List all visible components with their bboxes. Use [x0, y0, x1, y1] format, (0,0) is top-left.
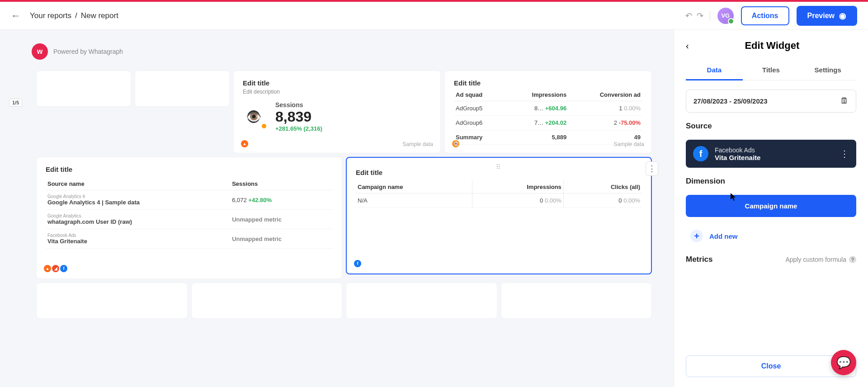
empty-widget-slot[interactable]	[346, 283, 497, 319]
sessions-eye-icon	[243, 106, 264, 127]
edit-widget-panel: ‹ Edit Widget Data Titles Settings 27/08…	[674, 30, 868, 387]
help-icon[interactable]: ?	[849, 256, 856, 263]
source-account: Vita Gritenaite	[715, 154, 834, 161]
metric-label: Sessions	[275, 101, 322, 109]
table-row: AdGroup5 8… +604.96 1 0.00%	[454, 101, 642, 116]
drag-handle-icon[interactable]: ⠿	[496, 163, 502, 170]
date-range-picker[interactable]: 27/08/2023 - 25/09/2023 🗓	[686, 90, 856, 113]
metric-change: +281.65% (2,316)	[275, 125, 322, 132]
date-range-text: 27/08/2023 - 25/09/2023	[693, 97, 767, 105]
redo-icon[interactable]: ↷	[697, 11, 703, 21]
source-section-label: Source	[686, 122, 856, 131]
table-row: AdGroup6 7… +204.02 2 -75.00%	[454, 116, 642, 130]
breadcrumb-sep: /	[75, 11, 77, 20]
tab-titles[interactable]: Titles	[743, 61, 800, 80]
tab-settings[interactable]: Settings	[799, 61, 856, 80]
page-indicator: 1/5	[9, 99, 22, 107]
whatagraph-logo-icon: w	[32, 43, 48, 60]
apply-formula-link[interactable]: Apply custom formula ?	[785, 256, 856, 263]
sources-widget[interactable]: Edit title Source name Sessions Google A…	[36, 157, 342, 279]
breadcrumb[interactable]: Your reports / New report	[30, 11, 118, 20]
col-header: Clicks (all)	[563, 181, 642, 194]
col-header: Ad squad	[454, 89, 505, 101]
col-header: Source name	[46, 178, 230, 190]
chat-fab-icon[interactable]: 💬	[831, 350, 856, 375]
col-header: Sessions	[230, 178, 333, 190]
breadcrumb-root[interactable]: Your reports	[30, 11, 71, 20]
col-header: Conversion ad	[568, 89, 642, 101]
preview-button[interactable]: Preview ◉	[797, 6, 857, 26]
preview-eye-icon: ◉	[839, 11, 846, 21]
sample-data-label: Sample data	[614, 141, 644, 147]
facebook-icon: f	[693, 146, 708, 161]
actions-button[interactable]: Actions	[741, 6, 789, 25]
table-row: Facebook AdsVita Gritenaite Unmapped met…	[46, 229, 333, 249]
empty-widget-slot[interactable]	[135, 71, 230, 107]
ga4-source-icon: ▲	[44, 265, 51, 272]
report-canvas[interactable]: w Powered by Whatagraph 1/5 Edit title E…	[0, 30, 674, 387]
brand-text: Powered by Whatagraph	[53, 48, 123, 55]
close-button[interactable]: Close	[686, 355, 856, 377]
dimension-section-label: Dimension	[686, 177, 856, 186]
tab-data[interactable]: Data	[686, 61, 743, 80]
table-row: Google Analytics 4Google Analytics 4 | S…	[46, 190, 333, 210]
plus-icon: +	[690, 230, 703, 242]
col-header: Impressions	[472, 181, 563, 194]
facebook-source-icon: f	[354, 260, 361, 267]
source-card[interactable]: f Facebook Ads Vita Gritenaite ⋮	[686, 140, 856, 168]
add-new-label: Add new	[709, 232, 738, 240]
widget-desc[interactable]: Edit description	[243, 89, 431, 95]
snapchat-source-icon: 👻	[452, 140, 459, 147]
campaign-table-widget[interactable]: ⠿ Edit title Campaign name Impressions C…	[346, 157, 652, 274]
sessions-widget[interactable]: Edit title Edit description Sessions 8,8…	[233, 71, 441, 153]
empty-widget-slot[interactable]	[191, 283, 343, 319]
sidebar-title: Edit Widget	[697, 40, 847, 52]
calendar-icon: 🗓	[840, 96, 849, 106]
source-kebab-icon[interactable]: ⋮	[840, 148, 849, 159]
breadcrumb-current: New report	[81, 11, 118, 20]
facebook-source-icon: f	[60, 265, 67, 272]
empty-widget-slot[interactable]	[501, 283, 652, 319]
sidebar-tabs: Data Titles Settings	[686, 61, 856, 80]
ga4-source-icon: ▲	[241, 140, 248, 147]
widget-title[interactable]: Edit title	[454, 79, 642, 87]
metrics-section-label: Metrics	[686, 255, 713, 264]
adgroup-table-widget[interactable]: Edit title Ad squad Impressions Conversi…	[444, 71, 652, 153]
metric-value: 8,839	[275, 109, 322, 125]
widget-title[interactable]: Edit title	[243, 79, 431, 87]
ga-source-icon: ◢	[52, 265, 59, 272]
undo-icon[interactable]: ↶	[685, 11, 692, 21]
source-name: Facebook Ads	[715, 146, 834, 154]
chevron-left-icon[interactable]: ‹	[686, 41, 689, 51]
table-row: N/A 0 0.00% 0 0.00%	[356, 194, 642, 208]
dimension-select[interactable]: Campaign name	[686, 195, 856, 217]
col-header: Campaign name	[356, 181, 472, 194]
col-header: Impressions	[505, 89, 568, 101]
empty-widget-slot[interactable]	[36, 71, 131, 107]
sample-data-label: Sample data	[403, 141, 433, 147]
preview-label: Preview	[807, 12, 835, 20]
empty-widget-slot[interactable]	[36, 283, 188, 319]
widget-kebab-menu[interactable]: ⋮	[646, 161, 658, 176]
user-avatar[interactable]: VG	[717, 8, 734, 24]
canvas-brand: w Powered by Whatagraph	[32, 43, 665, 60]
widget-title[interactable]: Edit title	[46, 165, 333, 173]
app-header: ← Your reports / New report ↶ ↷ VG Actio…	[0, 2, 868, 30]
add-dimension-button[interactable]: + Add new	[686, 226, 856, 246]
back-arrow-icon[interactable]: ←	[11, 10, 21, 22]
table-row: Google Analyticswhatagraph.com User ID (…	[46, 210, 333, 229]
